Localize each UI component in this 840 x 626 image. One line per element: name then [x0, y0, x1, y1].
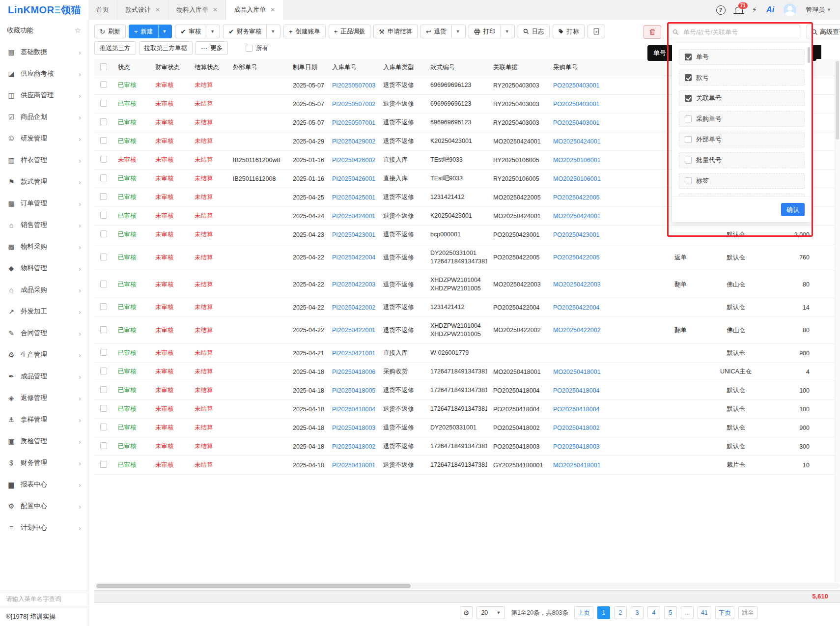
po-no-link[interactable]: PO20250418003 — [547, 437, 607, 456]
page-button[interactable]: 5 — [664, 606, 677, 619]
tab-close-icon[interactable]: ✕ — [213, 6, 218, 13]
row-checkbox[interactable] — [100, 174, 107, 181]
option-checkbox[interactable] — [685, 95, 692, 102]
search-field-option[interactable]: 款号 — [679, 70, 805, 85]
po-no-link[interactable]: PO20250422005 — [547, 244, 607, 271]
all-checkbox[interactable] — [246, 45, 252, 52]
clear-search-button[interactable] — [644, 25, 661, 39]
search-field-option[interactable]: 单号 — [679, 49, 805, 65]
finance-audit-button[interactable]: ✔财务审核▼ — [223, 25, 280, 38]
dropdown-scrollbar-thumb[interactable] — [808, 47, 810, 63]
row-checkbox[interactable] — [100, 100, 107, 107]
log-button[interactable]: 日志 — [518, 25, 550, 38]
tab[interactable]: 物料入库单✕ — [168, 0, 226, 20]
vertical-scrollbar-thumb[interactable] — [836, 61, 839, 140]
sidebar-item-4[interactable]: ☑商品企划› — [0, 106, 88, 128]
inbound-no-link[interactable]: PI20250424001 — [326, 207, 377, 226]
inbound-no-link[interactable]: PI20250429002 — [326, 132, 377, 151]
sidebar-item-18[interactable]: ⚓拿样管理› — [0, 409, 88, 430]
ai-assistant-button[interactable]: Ai — [766, 5, 774, 14]
header-checkbox[interactable] — [100, 63, 107, 70]
po-no-link[interactable]: MO20250106001 — [547, 170, 607, 188]
sidebar-item-22[interactable]: ⚙配置中心› — [0, 495, 88, 517]
search-input[interactable] — [682, 28, 795, 36]
sidebar-item-20[interactable]: $财务管理› — [0, 452, 88, 474]
row-checkbox[interactable] — [100, 254, 107, 260]
option-checkbox[interactable] — [685, 74, 692, 81]
audit-button[interactable]: ✔审核▼ — [175, 25, 220, 38]
export-excel-button[interactable]: x — [588, 25, 605, 38]
row-checkbox[interactable] — [100, 368, 107, 374]
sidebar-item-16[interactable]: ✒成品管理› — [0, 366, 88, 387]
refund-dropdown-caret[interactable]: ▼ — [451, 25, 460, 38]
sidebar-item-21[interactable]: ▆报表中心› — [0, 474, 88, 495]
page-size-select[interactable]: 20▼ — [476, 606, 505, 619]
next-page-button[interactable]: 下页 — [715, 606, 734, 619]
sidebar-item-10[interactable]: ▩物料采购› — [0, 236, 88, 257]
inbound-no-link[interactable]: PI20250421001 — [326, 344, 377, 363]
prev-page-button[interactable]: 上页 — [574, 606, 593, 619]
more-button[interactable]: ⋯更多 — [196, 41, 228, 55]
new-button[interactable]: +新建▼ — [129, 25, 172, 38]
inbound-no-link[interactable]: PI20250507001 — [326, 114, 377, 132]
po-no-link[interactable]: PO20250403001 — [547, 95, 607, 114]
search-field-option[interactable]: 批量代号 — [679, 152, 805, 168]
row-checkbox[interactable] — [100, 405, 107, 412]
sidebar-item-7[interactable]: ⚑款式管理› — [0, 171, 88, 193]
page-button[interactable]: 1 — [597, 606, 610, 619]
pull-third-party-button[interactable]: 拉取第三方单据 — [139, 41, 193, 55]
sidebar-item-2[interactable]: ◪供应商考核› — [0, 63, 88, 85]
inbound-no-link[interactable]: PI20250418006 — [326, 363, 377, 381]
sidebar-item-6[interactable]: ▥样衣管理› — [0, 149, 88, 171]
sidebar-item-23[interactable]: ≡计划中心› — [0, 517, 88, 539]
po-no-link[interactable]: PO20250423001 — [547, 226, 607, 244]
row-checkbox[interactable] — [100, 81, 107, 88]
po-no-link[interactable]: MO20250422003 — [547, 271, 607, 298]
option-checkbox[interactable] — [685, 136, 692, 143]
po-no-link[interactable]: PO20250422005 — [547, 188, 607, 207]
po-no-link[interactable]: MO20250424001 — [547, 207, 607, 226]
audit-dropdown-caret[interactable]: ▼ — [206, 25, 215, 38]
search-field-option[interactable]: 关联单号 — [679, 90, 805, 106]
star-icon[interactable]: ☆ — [75, 26, 81, 35]
po-no-link[interactable]: PO20250418002 — [547, 419, 607, 437]
row-checkbox[interactable] — [100, 386, 107, 393]
inbound-no-link[interactable]: PI20250425001 — [326, 188, 377, 207]
jump-to-button[interactable]: 跳至 — [738, 606, 757, 619]
inbound-no-link[interactable]: PI20250418005 — [326, 381, 377, 400]
transfer-button[interactable]: +正品调拨 — [329, 25, 371, 38]
search-field-option[interactable]: 采购单号 — [679, 111, 805, 127]
row-checkbox[interactable] — [100, 230, 107, 237]
search-field-option[interactable]: 标签 — [679, 173, 805, 189]
row-checkbox[interactable] — [100, 156, 107, 163]
tab[interactable]: 款式设计✕ — [117, 0, 168, 20]
sidebar-item-13[interactable]: ↗外发加工› — [0, 301, 88, 322]
page-button[interactable]: 4 — [647, 606, 660, 619]
inbound-no-link[interactable]: PI20250426002 — [326, 151, 377, 170]
po-no-link[interactable]: MO20250418001 — [547, 456, 607, 475]
help-icon[interactable]: ? — [716, 5, 726, 15]
notification-bell[interactable]: 71 — [735, 7, 743, 13]
search-field-option[interactable]: 外部单号 — [679, 132, 805, 147]
inbound-no-link[interactable]: PI20250423001 — [326, 226, 377, 244]
horizontal-scrollbar-thumb[interactable] — [96, 584, 411, 588]
menu-search-input[interactable] — [0, 591, 88, 607]
po-no-link[interactable] — [547, 344, 607, 363]
row-checkbox[interactable] — [100, 349, 107, 356]
refresh-button[interactable]: ↻刷新 — [94, 25, 126, 38]
finance-audit-dropdown-caret[interactable]: ▼ — [266, 25, 275, 38]
confirm-button[interactable]: 确认 — [781, 203, 805, 216]
sidebar-item-11[interactable]: ◆物料管理› — [0, 257, 88, 279]
tab-close-icon[interactable]: ✕ — [270, 6, 275, 13]
apply-settle-button[interactable]: ⚒申请结算 — [373, 25, 418, 38]
row-checkbox[interactable] — [100, 212, 107, 219]
new-dropdown-caret[interactable]: ▼ — [158, 25, 167, 38]
row-checkbox[interactable] — [100, 281, 107, 287]
sidebar-item-5[interactable]: ©研发管理› — [0, 128, 88, 149]
po-no-link[interactable]: PO20250418004 — [547, 381, 607, 400]
inbound-no-link[interactable]: PI20250422003 — [326, 271, 377, 298]
option-checkbox[interactable] — [685, 177, 692, 184]
sidebar-item-19[interactable]: ▣质检管理› — [0, 430, 88, 452]
page-ellipsis[interactable]: ... — [681, 606, 694, 619]
page-button[interactable]: 41 — [698, 606, 711, 619]
